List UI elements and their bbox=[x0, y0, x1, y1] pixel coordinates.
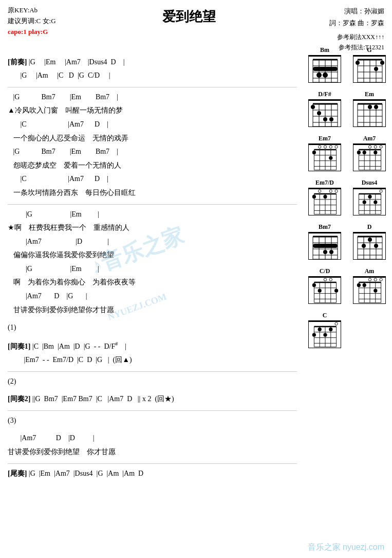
section-intro: [前奏] |G |Em |Am7 |Dsus4 D | |G |Am |C D … bbox=[8, 56, 297, 83]
section1-text: (1) bbox=[8, 321, 297, 335]
interlude2-content: [间奏2] ||G Bm7 |Em7 Bm7 |C |Am7 D || x 2 … bbox=[8, 392, 297, 406]
suggested-key: 建议男调:C 女:G bbox=[8, 16, 56, 27]
svg-point-81 bbox=[357, 151, 361, 154]
svg-point-182 bbox=[318, 328, 322, 331]
svg-rect-123 bbox=[313, 244, 338, 248]
svg-point-38 bbox=[323, 117, 327, 121]
interlude1-content: [间奏1] |C |Bm |Am |D |G - - D/F# | |Em7 -… bbox=[8, 339, 297, 367]
section-3-label: (3) bbox=[8, 414, 297, 428]
chord-em7: Em7 bbox=[307, 135, 342, 175]
section-2-label: (2) bbox=[8, 375, 297, 389]
section3-chords: |Am7 D |D | 甘讲爱你到爱你到绝望 你才甘愿 bbox=[8, 431, 297, 459]
section-interlude1: [间奏1] |C |Bm |Am |D |G - - D/F# | |Em7 -… bbox=[8, 339, 297, 367]
section-1-label: (1) bbox=[8, 321, 297, 335]
svg-point-154 bbox=[368, 278, 371, 281]
chord-d: D bbox=[352, 223, 387, 263]
svg-point-111 bbox=[368, 195, 371, 199]
chord-diagrams: Bm bbox=[307, 46, 387, 356]
section2-text: (2) bbox=[8, 375, 297, 389]
svg-point-24 bbox=[380, 61, 384, 65]
svg-point-37 bbox=[317, 111, 321, 115]
svg-point-85 bbox=[329, 190, 332, 192]
chord-row-4: Em7/D bbox=[307, 179, 387, 219]
svg-point-82 bbox=[363, 151, 366, 154]
chord-cd: C/D bbox=[307, 267, 342, 308]
svg-point-98 bbox=[323, 195, 327, 199]
section-interlude2: [间奏2] ||G Bm7 |Em7 Bm7 |C |Am7 D || x 2 … bbox=[8, 392, 297, 406]
singer: 演唱：孙淑媚 bbox=[323, 5, 384, 17]
svg-point-125 bbox=[329, 250, 333, 254]
svg-point-52 bbox=[319, 146, 321, 148]
svg-point-50 bbox=[368, 105, 372, 109]
svg-rect-10 bbox=[313, 67, 338, 71]
section3-content: |Am7 D |D | 甘讲爱你到爱你到绝望 你才甘愿 bbox=[8, 431, 297, 459]
strum-pattern: 参考刷法XXX↑↑↑ bbox=[323, 32, 384, 42]
svg-point-155 bbox=[374, 278, 377, 281]
section3-text: (3) bbox=[8, 414, 297, 428]
chord-em7d: Em7/D bbox=[307, 179, 342, 219]
svg-point-53 bbox=[324, 146, 326, 148]
song-title: 爱到绝望 bbox=[56, 5, 323, 26]
svg-point-138 bbox=[374, 244, 378, 248]
svg-point-51 bbox=[374, 105, 378, 109]
outro-content: [尾奏] |G |Em |Am7 |Dsus4 |G |Am |Am D bbox=[8, 467, 297, 481]
chord-em: Em bbox=[352, 91, 387, 131]
svg-point-86 bbox=[335, 190, 338, 192]
svg-point-183 bbox=[323, 333, 327, 337]
svg-point-67 bbox=[329, 156, 332, 160]
svg-point-97 bbox=[312, 195, 316, 199]
svg-point-112 bbox=[374, 201, 377, 204]
page: ♪音乐之家 NYUEZJ.COM 原KEY:Ab 建议男调:C 女:G capo… bbox=[0, 0, 392, 558]
svg-point-137 bbox=[368, 238, 372, 242]
header: 原KEY:Ab 建议男调:C 女:G capo:1 play:G 爱到绝望 演唱… bbox=[8, 5, 384, 53]
chord-row-3: Em7 bbox=[307, 135, 387, 175]
svg-point-151 bbox=[312, 283, 316, 287]
svg-point-140 bbox=[329, 278, 332, 281]
svg-point-153 bbox=[334, 289, 338, 293]
chord-row-1: Bm bbox=[307, 46, 387, 86]
verse1-content: |G Bm7 |Em Bm7 | ▲冷风吹入门窗 叫醒一场无情的梦 |C |Am… bbox=[8, 91, 297, 200]
chord-df#: D/F# bbox=[307, 91, 342, 131]
chord-bm7: Bm7 bbox=[307, 223, 342, 263]
chorus-content: |G |Em | ★啊 枉费我枉费我一个 重感情的人 |Am7 |D | 偏偏你… bbox=[8, 208, 297, 317]
chord-am7: Am7 bbox=[352, 135, 387, 175]
svg-point-152 bbox=[318, 289, 322, 293]
chord-dsus4: Dsus4 bbox=[352, 179, 387, 219]
artist-info: 演唱：孙淑媚 詞：罗森 曲：罗森 参考刷法XXX↑↑↑ 参考指法:T12321 bbox=[323, 5, 384, 53]
bottom-logo: 音乐之家 nyuezj.com bbox=[308, 542, 384, 553]
chord-c: C bbox=[307, 312, 342, 352]
svg-point-54 bbox=[329, 146, 332, 148]
svg-point-139 bbox=[324, 278, 326, 281]
svg-point-83 bbox=[374, 151, 377, 154]
svg-point-181 bbox=[312, 333, 316, 337]
section-verse1: |G Bm7 |Em Bm7 | ▲冷风吹入门窗 叫醒一场无情的梦 |C |Am… bbox=[8, 91, 297, 200]
chord-row-6: C/D bbox=[307, 267, 387, 308]
chord-row-5: Bm7 bbox=[307, 223, 387, 263]
svg-point-156 bbox=[380, 278, 382, 281]
chord-am: Am bbox=[352, 267, 387, 308]
svg-point-84 bbox=[319, 190, 321, 192]
section-chorus: |G |Em | ★啊 枉费我枉费我一个 重感情的人 |Am7 |D | 偏偏你… bbox=[8, 208, 297, 317]
svg-point-36 bbox=[311, 105, 315, 109]
svg-point-25 bbox=[374, 67, 378, 71]
section-outro: [尾奏] |G |Em |Am7 |Dsus4 |G |Am |Am D bbox=[8, 467, 297, 481]
main-content: [前奏] |G |Em |Am7 |Dsus4 D | |G |Am |C D … bbox=[8, 56, 297, 481]
svg-point-39 bbox=[329, 117, 333, 121]
svg-point-55 bbox=[335, 146, 338, 148]
lyrics-credit: 詞：罗森 曲：罗森 bbox=[323, 17, 384, 29]
svg-point-70 bbox=[380, 146, 382, 148]
chord-row-2: D/F# bbox=[307, 91, 387, 131]
svg-point-66 bbox=[312, 151, 316, 154]
chord-g: G bbox=[352, 46, 387, 86]
key-info: 原KEY:Ab 建议男调:C 女:G capo:1 play:G bbox=[8, 5, 56, 37]
svg-point-11 bbox=[316, 73, 322, 78]
svg-point-167 bbox=[357, 283, 361, 287]
chord-row-7: C bbox=[307, 312, 387, 352]
intro-chords: [前奏] |G |Em |Am7 |Dsus4 D | |G |Am |C D … bbox=[8, 56, 297, 83]
svg-point-110 bbox=[363, 201, 366, 204]
capo-line: capo:1 play:G bbox=[8, 27, 56, 38]
svg-point-168 bbox=[363, 283, 366, 287]
svg-point-23 bbox=[356, 61, 360, 65]
svg-point-136 bbox=[362, 244, 366, 248]
svg-point-184 bbox=[329, 328, 332, 331]
